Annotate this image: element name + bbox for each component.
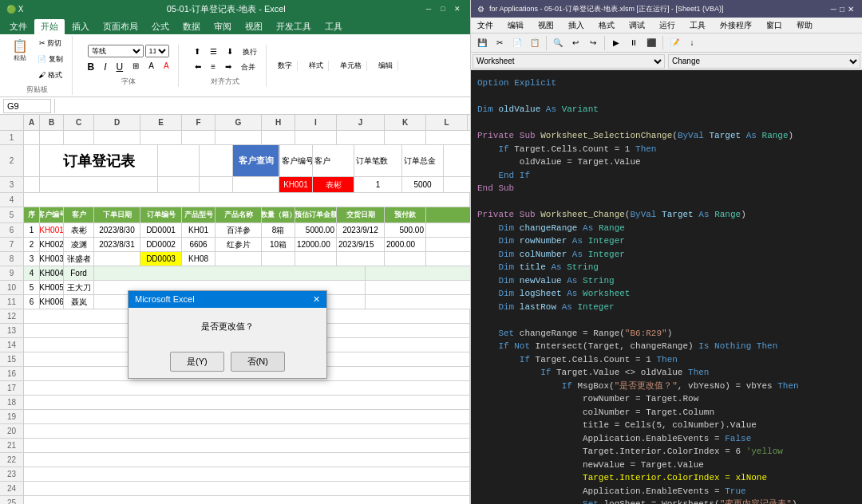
- cell-name-6[interactable]: 聂岚: [64, 295, 94, 309]
- vba-menu-file[interactable]: 文件: [474, 20, 496, 31]
- cell-i1[interactable]: [295, 131, 337, 144]
- tab-home[interactable]: 开始: [34, 19, 65, 34]
- vba-cut-btn[interactable]: ✂: [492, 36, 508, 50]
- vba-menu-edit[interactable]: 编辑: [504, 20, 527, 31]
- cell-order-3[interactable]: DD0003: [140, 252, 182, 266]
- tab-file[interactable]: 文件: [3, 19, 34, 34]
- vba-worksheet-dropdown[interactable]: Worksheet: [473, 54, 665, 69]
- cell-name-1[interactable]: 表彬: [64, 223, 94, 237]
- cell-order-1[interactable]: DD0001: [140, 223, 182, 237]
- format-paste-btn[interactable]: 🖌 格式: [34, 68, 67, 83]
- tab-view[interactable]: 视图: [239, 19, 269, 34]
- dialog-close-btn[interactable]: ✕: [313, 294, 320, 305]
- formula-input[interactable]: [58, 101, 467, 111]
- cell-seq-3[interactable]: 3: [24, 252, 40, 266]
- font-size-select[interactable]: 11: [145, 45, 169, 57]
- cell-g1[interactable]: [216, 131, 262, 144]
- cell-qty-2[interactable]: 10箱: [262, 238, 295, 251]
- col-d[interactable]: D: [94, 115, 140, 130]
- cell-row-17[interactable]: [24, 381, 470, 395]
- cell-pname-2[interactable]: 红参片: [216, 238, 262, 251]
- col-c[interactable]: C: [64, 115, 94, 130]
- vba-close-btn[interactable]: ✕: [848, 5, 854, 14]
- align-top-btn[interactable]: ⬆: [190, 45, 204, 60]
- italic-btn[interactable]: I: [100, 59, 110, 75]
- cell-row-22[interactable]: [24, 453, 470, 467]
- cell-id-3[interactable]: KH003: [40, 252, 64, 266]
- cell-j1[interactable]: [337, 131, 385, 144]
- vba-menu-view[interactable]: 视图: [535, 20, 557, 31]
- vba-copy-btn[interactable]: 📄: [509, 36, 525, 50]
- minimize-btn[interactable]: ─: [422, 2, 435, 15]
- cell-del-3[interactable]: [337, 252, 385, 266]
- tab-insert[interactable]: 插入: [65, 19, 96, 34]
- cell-row-19[interactable]: [24, 410, 470, 423]
- cell-row-20[interactable]: [24, 424, 470, 438]
- align-left-btn[interactable]: ⬅: [191, 60, 205, 75]
- dialog-yes-btn[interactable]: 是(Y): [170, 352, 224, 372]
- cell-seq-2[interactable]: 2: [24, 238, 40, 251]
- cell-name-5[interactable]: 王大刀: [64, 281, 94, 294]
- cell-id-5[interactable]: KH005: [40, 281, 64, 294]
- vba-menu-insert[interactable]: 插入: [565, 20, 587, 31]
- cell-e2[interactable]: [158, 145, 200, 176]
- cell-name-4[interactable]: Ford: [64, 266, 94, 280]
- close-btn[interactable]: ✕: [451, 2, 464, 15]
- cell-pname-3[interactable]: [216, 252, 262, 266]
- cell-qty-3[interactable]: [262, 252, 295, 266]
- lookup-label[interactable]: 客户查询: [233, 145, 279, 176]
- vba-paste-btn[interactable]: 📋: [527, 36, 543, 50]
- cell-date-1[interactable]: 2023/8/30: [94, 223, 140, 237]
- cell-seq-4[interactable]: 4: [24, 266, 40, 280]
- cell-row-25[interactable]: [24, 496, 470, 504]
- align-mid-btn[interactable]: ☰: [206, 45, 221, 60]
- col-e[interactable]: E: [140, 115, 182, 130]
- cell-k1[interactable]: [385, 131, 426, 144]
- cell-id-1[interactable]: KH001: [40, 223, 64, 237]
- tab-data[interactable]: 数据: [176, 19, 207, 34]
- cell-date-3[interactable]: [94, 252, 140, 266]
- vba-userform-btn[interactable]: 📝: [666, 36, 682, 50]
- cell-a3[interactable]: [24, 177, 40, 192]
- cell-pre-1[interactable]: 500.00: [385, 223, 426, 237]
- cell-a2[interactable]: [24, 145, 40, 176]
- cell-rest-4[interactable]: [94, 266, 366, 280]
- vba-menu-run[interactable]: 运行: [656, 20, 678, 31]
- cut-btn[interactable]: ✂ 剪切: [34, 36, 67, 51]
- cell-id-6[interactable]: KH006: [40, 295, 64, 309]
- col-g[interactable]: G: [216, 115, 262, 130]
- title-cell[interactable]: 订单登记表: [40, 145, 158, 176]
- cell-row-18[interactable]: [24, 396, 470, 409]
- cell-seq-6[interactable]: 6: [24, 295, 40, 309]
- vba-code-area[interactable]: Option Explicit Dim oldValue As Variant …: [471, 70, 862, 504]
- cell-g3[interactable]: [233, 177, 279, 192]
- cell-del-2[interactable]: 2023/9/15: [337, 238, 385, 251]
- font-name-select[interactable]: 等线: [88, 45, 144, 57]
- col-b[interactable]: B: [40, 115, 64, 130]
- cell-row-23[interactable]: [24, 467, 470, 481]
- vba-reset-btn[interactable]: ⬛: [643, 36, 659, 50]
- cell-del-1[interactable]: 2023/9/12: [337, 223, 385, 237]
- vba-save-btn[interactable]: 💾: [474, 36, 490, 50]
- cell-date-2[interactable]: 2023/8/31: [94, 238, 140, 251]
- cell-f3[interactable]: [200, 177, 233, 192]
- vba-maximize-btn[interactable]: □: [840, 5, 844, 14]
- cell-f2[interactable]: [200, 145, 233, 176]
- vba-find-btn[interactable]: 🔍: [550, 36, 566, 50]
- vba-redo-btn[interactable]: ↪: [585, 36, 601, 50]
- dialog-no-btn[interactable]: 否(N): [231, 352, 285, 372]
- cell-pre-3[interactable]: [385, 252, 426, 266]
- cell-f1[interactable]: [182, 131, 216, 144]
- cell-a1[interactable]: [24, 131, 40, 144]
- cell-e3[interactable]: [158, 177, 200, 192]
- tab-formula[interactable]: 公式: [145, 19, 176, 34]
- tab-layout[interactable]: 页面布局: [97, 19, 144, 34]
- vba-break-btn[interactable]: ⏸: [626, 36, 642, 50]
- vba-menu-window[interactable]: 窗口: [763, 20, 785, 31]
- cell-reference[interactable]: [3, 99, 51, 113]
- cell-name-3[interactable]: 张盛者: [64, 252, 94, 266]
- lookup-total[interactable]: 5000: [402, 177, 444, 192]
- maximize-btn[interactable]: □: [437, 2, 449, 15]
- cell-e1[interactable]: [140, 131, 182, 144]
- cell-h1[interactable]: [262, 131, 295, 144]
